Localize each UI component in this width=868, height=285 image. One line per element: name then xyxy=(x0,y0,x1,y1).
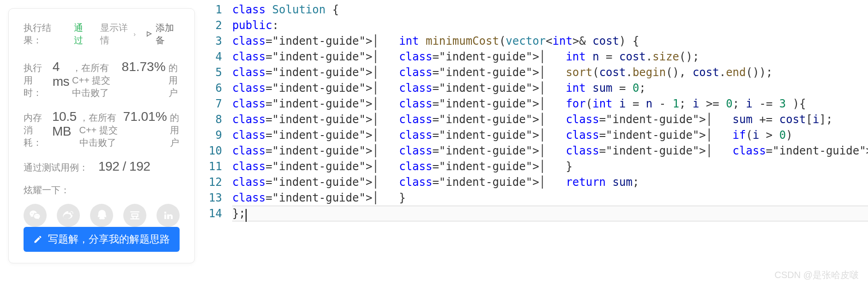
line-number: 6 xyxy=(209,80,222,96)
douban-icon[interactable] xyxy=(123,204,146,227)
results-panel: 执行结果： 通过 显示详情 › 添加备 执行用时： 4 ms ，在所有 C++ … xyxy=(0,0,195,285)
testcase-row: 通过测试用例： 192 / 192 xyxy=(24,159,180,174)
weibo-icon[interactable] xyxy=(57,204,80,227)
write-solution-button[interactable]: 写题解，分享我的解题思路 xyxy=(24,227,180,252)
code-line[interactable]: class="indent-guide">│ class="indent-gui… xyxy=(232,96,868,112)
code-line[interactable]: class="indent-guide">│ class="indent-gui… xyxy=(232,159,868,174)
code-line[interactable]: class="indent-guide">│ class="indent-gui… xyxy=(232,143,868,159)
code-line[interactable]: }; xyxy=(232,206,868,221)
share-icons-row xyxy=(24,204,180,227)
code-editor[interactable]: 1234567891011121314 class Solution {publ… xyxy=(195,2,868,221)
add-note-text: 添加备 xyxy=(156,22,180,47)
add-note-link[interactable]: 添加备 xyxy=(146,22,180,47)
runtime-text2: 的用户 xyxy=(169,62,180,99)
runtime-text1: ，在所有 C++ 提交中击败了 xyxy=(72,62,119,99)
line-number: 3 xyxy=(209,33,222,49)
runtime-row: 执行用时： 4 ms ，在所有 C++ 提交中击败了 81.73% 的用户 xyxy=(24,59,180,99)
code-line[interactable]: class="indent-guide">│ class="indent-gui… xyxy=(232,65,868,80)
qq-icon[interactable] xyxy=(90,204,113,227)
memory-text2: 的用户 xyxy=(170,112,180,149)
code-line[interactable]: class="indent-guide">│ class="indent-gui… xyxy=(232,112,868,127)
code-editor-panel: 1234567891011121314 class Solution {publ… xyxy=(195,0,868,285)
result-label: 执行结果： xyxy=(24,22,64,47)
code-line[interactable]: public: xyxy=(232,18,868,33)
button-label: 写题解，分享我的解题思路 xyxy=(48,232,170,246)
line-number: 13 xyxy=(209,190,222,206)
result-header-row: 执行结果： 通过 显示详情 › 添加备 xyxy=(24,22,180,47)
memory-percent: 71.01% xyxy=(123,109,167,124)
line-number: 7 xyxy=(209,96,222,112)
code-lines[interactable]: class Solution {public:class="indent-gui… xyxy=(232,2,868,221)
memory-label: 内存消耗： xyxy=(24,112,42,149)
wechat-icon[interactable] xyxy=(24,204,47,227)
code-line[interactable]: class="indent-guide">│ int minimumCost(v… xyxy=(232,33,868,49)
code-line[interactable]: class="indent-guide">│ } xyxy=(232,190,868,206)
runtime-value: 4 ms xyxy=(53,59,69,89)
line-number: 2 xyxy=(209,18,222,33)
pencil-icon xyxy=(33,235,42,244)
line-number: 5 xyxy=(209,65,222,80)
runtime-label: 执行用时： xyxy=(24,62,42,99)
line-number: 9 xyxy=(209,127,222,143)
linkedin-icon[interactable] xyxy=(157,204,180,227)
code-line[interactable]: class="indent-guide">│ class="indent-gui… xyxy=(232,174,868,190)
line-number: 11 xyxy=(209,159,222,174)
line-gutter: 1234567891011121314 xyxy=(195,2,232,221)
pass-badge: 通过 xyxy=(74,22,90,47)
code-line[interactable]: class="indent-guide">│ class="indent-gui… xyxy=(232,49,868,65)
line-number: 8 xyxy=(209,112,222,127)
testcase-value: 192 / 192 xyxy=(98,159,150,174)
text-cursor xyxy=(246,209,247,222)
code-line[interactable]: class="indent-guide">│ class="indent-gui… xyxy=(232,127,868,143)
showoff-label: 炫耀一下： xyxy=(24,184,180,196)
memory-text1: ，在所有 C++ 提交中击败了 xyxy=(79,112,121,149)
line-number: 10 xyxy=(209,143,222,159)
results-card: 执行结果： 通过 显示详情 › 添加备 执行用时： 4 ms ，在所有 C++ … xyxy=(8,8,195,263)
flag-icon xyxy=(146,30,153,38)
line-number: 1 xyxy=(209,2,222,18)
code-line[interactable]: class="indent-guide">│ class="indent-gui… xyxy=(232,80,868,96)
line-number: 12 xyxy=(209,174,222,190)
testcase-label: 通过测试用例： xyxy=(24,161,88,174)
code-line[interactable]: class Solution { xyxy=(232,2,868,18)
memory-row: 内存消耗： 10.5 MB ，在所有 C++ 提交中击败了 71.01% 的用户 xyxy=(24,109,180,149)
line-number: 14 xyxy=(209,206,222,221)
watermark: CSDN @是张哈皮啵 xyxy=(774,269,859,281)
chevron-right-icon: › xyxy=(133,30,136,38)
runtime-percent: 81.73% xyxy=(122,59,166,74)
show-detail-text: 显示详情 xyxy=(100,22,132,47)
memory-value: 10.5 MB xyxy=(52,109,77,139)
show-detail-link[interactable]: 显示详情 › xyxy=(100,22,136,47)
line-number: 4 xyxy=(209,49,222,65)
